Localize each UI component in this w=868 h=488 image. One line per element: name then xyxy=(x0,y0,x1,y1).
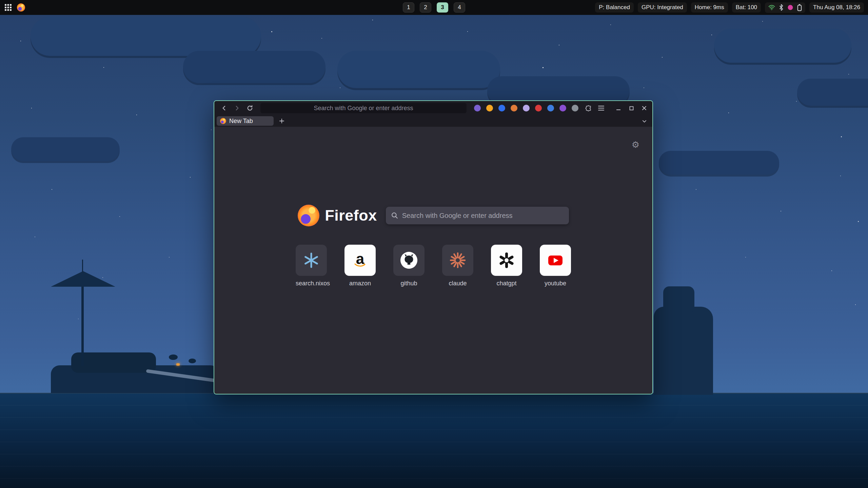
openai-knot-icon xyxy=(498,251,515,269)
cloud xyxy=(659,151,779,175)
shortcut-search-nixos[interactable]: search.nixos xyxy=(296,245,327,287)
extension-icon-5[interactable] xyxy=(523,105,530,111)
shortcut-youtube[interactable]: youtube xyxy=(540,245,571,287)
minimize-button[interactable] xyxy=(614,104,623,112)
cloud xyxy=(11,137,120,161)
youtube-tile xyxy=(540,245,571,276)
cloud xyxy=(183,51,326,83)
shortcut-claude[interactable]: claude xyxy=(442,245,473,287)
desktop: 1 2 3 4 P: Balanced GPU: Integrated Home… xyxy=(0,0,868,488)
extensions-button[interactable] xyxy=(583,102,594,114)
url-input[interactable] xyxy=(260,103,467,113)
menu-button[interactable] xyxy=(595,102,607,114)
extension-icon-2[interactable] xyxy=(486,105,493,111)
search-icon xyxy=(391,212,398,219)
island-left-hill xyxy=(71,352,156,373)
chevron-down-icon xyxy=(642,119,647,124)
forward-button[interactable] xyxy=(231,102,243,114)
close-icon xyxy=(642,106,647,110)
extension-icon-8[interactable] xyxy=(559,105,566,111)
extension-icon-7[interactable] xyxy=(547,105,554,111)
shortcut-label: claude xyxy=(442,280,473,287)
window-controls xyxy=(614,104,648,112)
back-icon xyxy=(221,105,227,111)
home-latency-status: Home: 9ms xyxy=(691,2,728,13)
firefox-wordmark: Firefox xyxy=(325,207,377,224)
amazon-smile-icon xyxy=(354,263,366,268)
extension-toolbar xyxy=(474,105,578,111)
cloud xyxy=(797,79,868,106)
workspace-2-button[interactable]: 2 xyxy=(420,2,431,13)
newtab-hero: Firefox xyxy=(214,205,652,226)
maximize-button[interactable] xyxy=(627,104,635,112)
hamburger-icon xyxy=(598,106,604,110)
amazon-icon: a xyxy=(351,251,369,269)
new-tab-button[interactable] xyxy=(277,116,287,126)
firefox-window: New Tab ⚙ Firefox xyxy=(214,100,653,394)
hut-light xyxy=(176,363,180,366)
workspace-1-button[interactable]: 1 xyxy=(403,2,414,13)
shortcut-amazon[interactable]: a amazon xyxy=(344,245,376,287)
recorder-icon[interactable] xyxy=(787,4,793,11)
workspace-3-button[interactable]: 3 xyxy=(437,2,448,13)
status-bar-left xyxy=(5,0,25,15)
newtab-search-bar[interactable] xyxy=(386,207,569,224)
clock: Thu Aug 08, 18:26 xyxy=(809,2,864,13)
workspace-4-button[interactable]: 4 xyxy=(454,2,465,13)
island-right-rock xyxy=(654,307,713,395)
tab-title: New Tab xyxy=(229,118,253,125)
apps-grid-icon xyxy=(5,4,12,11)
power-profile-status: P: Balanced xyxy=(595,2,634,13)
bluetooth-icon[interactable] xyxy=(779,4,784,11)
gpu-status: GPU: Integrated xyxy=(638,2,687,13)
personalize-button[interactable]: ⚙ xyxy=(632,140,639,149)
url-bar[interactable] xyxy=(260,103,467,113)
cloud xyxy=(337,51,500,88)
palm-tree xyxy=(169,354,178,360)
watchtower-canopy xyxy=(51,271,115,287)
shortcut-github[interactable]: github xyxy=(393,245,425,287)
firefox-launcher-button[interactable] xyxy=(17,3,25,12)
extension-icon-4[interactable] xyxy=(511,105,517,111)
status-bar: 1 2 3 4 P: Balanced GPU: Integrated Home… xyxy=(0,0,868,15)
cloud xyxy=(714,29,851,63)
extension-icon-6[interactable] xyxy=(535,105,542,111)
forward-icon xyxy=(234,105,240,111)
shortcut-label: youtube xyxy=(540,280,571,287)
tab-bar: New Tab xyxy=(214,115,652,127)
shortcut-label: amazon xyxy=(344,280,376,287)
claude-starburst-icon xyxy=(449,251,467,269)
apps-grid-button[interactable] xyxy=(5,4,12,11)
nixos-tile xyxy=(296,245,327,276)
claude-tile xyxy=(442,245,473,276)
cloud xyxy=(31,17,261,56)
newtab-search-input[interactable] xyxy=(402,212,564,220)
battery-icon[interactable] xyxy=(797,4,802,11)
wallpaper-sea xyxy=(0,393,868,488)
minimize-icon xyxy=(616,106,621,110)
shortcut-label: chatgpt xyxy=(491,280,522,287)
firefox-icon xyxy=(17,3,25,12)
watchtower-mast xyxy=(81,281,84,366)
palm-tree xyxy=(189,359,196,363)
shortcuts-row: search.nixos a amazon xyxy=(214,245,652,287)
back-button[interactable] xyxy=(218,102,230,114)
chatgpt-tile xyxy=(491,245,522,276)
wifi-icon[interactable] xyxy=(768,4,775,11)
status-bar-right: P: Balanced GPU: Integrated Home: 9ms Ba… xyxy=(595,0,864,15)
shortcut-label: github xyxy=(393,280,425,287)
github-tile xyxy=(393,245,425,276)
close-button[interactable] xyxy=(640,104,648,112)
list-all-tabs-button[interactable] xyxy=(639,116,649,126)
tab-favicon-firefox xyxy=(220,118,226,124)
shortcut-label: search.nixos xyxy=(296,280,327,287)
tab-new-tab[interactable]: New Tab xyxy=(217,116,274,126)
shortcut-chatgpt[interactable]: chatgpt xyxy=(491,245,522,287)
amazon-tile: a xyxy=(344,245,376,276)
extension-icon-3[interactable] xyxy=(498,105,505,111)
reload-button[interactable] xyxy=(244,102,256,114)
puzzle-icon xyxy=(585,105,592,111)
battery-status: Bat: 100 xyxy=(732,2,761,13)
extension-icon-1[interactable] xyxy=(474,105,481,111)
extension-icon-9[interactable] xyxy=(572,105,578,111)
